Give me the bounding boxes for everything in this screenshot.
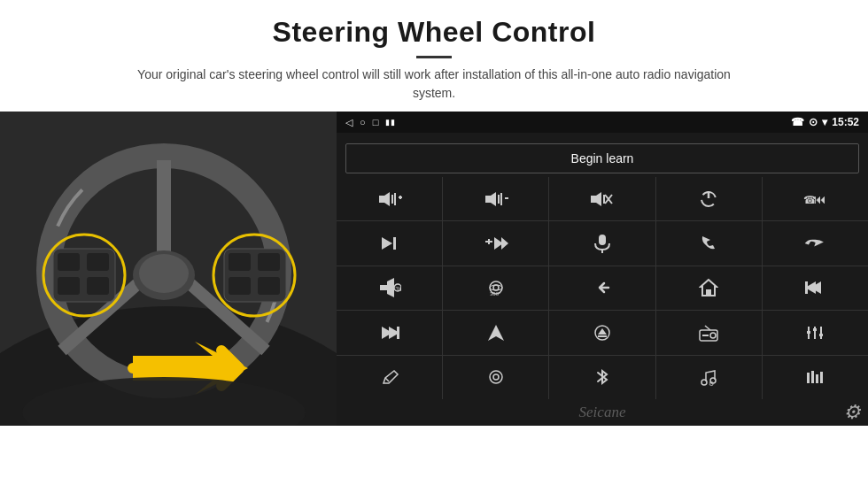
- power-button[interactable]: [656, 177, 762, 220]
- svg-rect-75: [807, 331, 810, 334]
- page-title: Steering Wheel Control: [35, 16, 833, 49]
- svg-rect-41: [393, 237, 396, 250]
- camera-360-button[interactable]: 360°: [443, 266, 548, 310]
- svg-rect-18: [258, 277, 280, 295]
- svg-point-81: [701, 380, 707, 385]
- svg-line-78: [385, 378, 389, 381]
- seicane-watermark-bar: Seicane ⚙: [337, 399, 868, 426]
- svg-rect-17: [229, 277, 251, 295]
- subtitle-text: Your original car's steering wheel contr…: [124, 65, 744, 103]
- steering-background: [0, 112, 337, 426]
- svg-rect-16: [258, 253, 280, 271]
- eject-button[interactable]: [549, 311, 655, 354]
- svg-rect-76: [813, 328, 817, 331]
- svg-marker-40: [382, 237, 392, 250]
- svg-rect-48: [380, 285, 387, 290]
- svg-point-79: [490, 371, 502, 383]
- svg-text:⏮: ⏮: [814, 192, 826, 206]
- svg-rect-84: [807, 373, 810, 383]
- svg-rect-15: [229, 253, 251, 271]
- gear-settings-icon[interactable]: ⚙: [843, 401, 861, 424]
- equalizer-button[interactable]: [763, 311, 868, 354]
- prev-prev-button[interactable]: [763, 266, 868, 310]
- svg-text:360°: 360°: [490, 291, 501, 296]
- vol-up-button[interactable]: [337, 177, 442, 220]
- skip-forward-button[interactable]: [337, 311, 442, 354]
- svg-point-80: [493, 374, 499, 380]
- svg-rect-85: [811, 371, 814, 383]
- mute-button[interactable]: [549, 177, 655, 220]
- hang-up-button[interactable]: [763, 221, 868, 265]
- svg-point-8: [139, 254, 189, 293]
- svg-rect-12: [58, 277, 80, 295]
- speaker-button[interactable]: 360: [337, 266, 442, 310]
- home-button[interactable]: [656, 266, 762, 310]
- icon-grid: ☎⏮ 360: [337, 177, 868, 399]
- music-button[interactable]: ⚙: [656, 356, 762, 399]
- bluetooth-button[interactable]: [549, 356, 655, 399]
- steering-wheel-svg: [0, 112, 337, 426]
- phone-prev-button[interactable]: ☎⏮: [763, 177, 868, 220]
- svg-point-53: [493, 285, 499, 290]
- status-time: 15:52: [832, 116, 859, 128]
- content-row: ◁ ○ □ ▮▮ ☎ ⊙ ▾ 15:52 Begin learn: [0, 112, 868, 426]
- recent-nav-icon[interactable]: □: [373, 117, 379, 127]
- svg-marker-28: [485, 192, 496, 206]
- signal-icon: ▮▮: [385, 118, 396, 127]
- next-track-button[interactable]: [337, 221, 442, 265]
- back-button[interactable]: [549, 266, 655, 310]
- svg-rect-86: [816, 374, 818, 383]
- location-icon: ⊙: [809, 116, 818, 128]
- statusbar-left: ◁ ○ □ ▮▮: [345, 117, 396, 128]
- begin-learn-button[interactable]: Begin learn: [345, 143, 859, 173]
- svg-marker-45: [501, 237, 508, 250]
- call-button[interactable]: [656, 221, 762, 265]
- statusbar-right: ☎ ⊙ ▾ 15:52: [791, 116, 859, 128]
- navigate-button[interactable]: [443, 311, 548, 354]
- svg-marker-49: [387, 278, 394, 297]
- back-nav-icon[interactable]: ◁: [345, 117, 353, 128]
- svg-text:360: 360: [395, 285, 401, 293]
- svg-marker-23: [379, 192, 390, 206]
- phone-icon: ☎: [791, 116, 804, 128]
- svg-rect-87: [820, 372, 823, 383]
- vol-down-button[interactable]: [443, 177, 548, 220]
- svg-rect-57: [706, 289, 711, 296]
- title-divider: [416, 56, 452, 58]
- wifi-icon: ▾: [822, 116, 827, 128]
- svg-rect-46: [599, 235, 606, 245]
- header-section: Steering Wheel Control Your original car…: [0, 0, 868, 112]
- volume-bars-button[interactable]: [763, 356, 868, 399]
- nav-bar: [337, 133, 868, 140]
- android-panel: ◁ ○ □ ▮▮ ☎ ⊙ ▾ 15:52 Begin learn: [337, 112, 868, 426]
- svg-marker-66: [598, 328, 607, 335]
- pen-button[interactable]: [337, 356, 442, 399]
- svg-rect-10: [58, 253, 80, 271]
- android-statusbar: ◁ ○ □ ▮▮ ☎ ⊙ ▾ 15:52: [337, 112, 868, 133]
- seicane-text: Seicane: [579, 404, 626, 421]
- svg-point-54: [490, 285, 502, 290]
- fast-forward-button[interactable]: [443, 221, 548, 265]
- home-nav-icon[interactable]: ○: [360, 117, 366, 127]
- svg-rect-13: [87, 277, 109, 295]
- settings2-button[interactable]: [443, 356, 548, 399]
- svg-marker-64: [488, 325, 504, 341]
- radio-button[interactable]: [656, 311, 762, 354]
- svg-text:⚙: ⚙: [709, 381, 714, 387]
- svg-point-69: [710, 333, 716, 338]
- car-image-area: [0, 112, 337, 426]
- page-container: Steering Wheel Control Your original car…: [0, 0, 868, 485]
- svg-rect-11: [87, 253, 109, 271]
- svg-marker-32: [591, 192, 601, 206]
- microphone-button[interactable]: [549, 221, 655, 265]
- svg-rect-77: [819, 334, 823, 336]
